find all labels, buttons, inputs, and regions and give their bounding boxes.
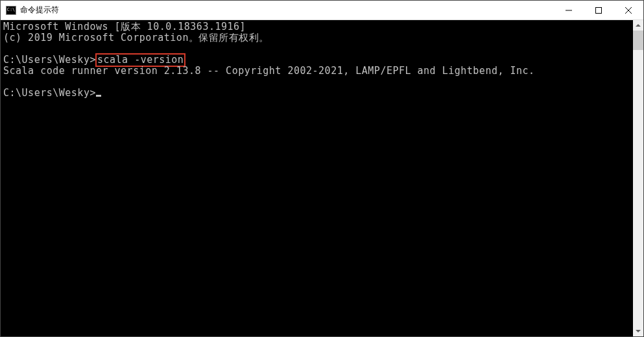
output-line: Microsoft Windows [版本 10.0.18363.1916] [3, 21, 246, 32]
cmd-icon-text: C:\ [7, 8, 16, 12]
window-controls [554, 1, 643, 19]
svg-marker-4 [636, 24, 641, 27]
window-title: 命令提示符 [20, 5, 59, 16]
chevron-up-icon [636, 24, 641, 27]
terminal-container: Microsoft Windows [版本 10.0.18363.1916] (… [1, 20, 643, 336]
svg-rect-1 [596, 7, 602, 13]
titlebar[interactable]: C:\ 命令提示符 [1, 1, 643, 20]
maximize-icon [595, 7, 602, 14]
minimize-icon [566, 7, 572, 14]
close-button[interactable] [614, 1, 643, 19]
maximize-button[interactable] [584, 1, 614, 19]
scroll-up-button[interactable] [633, 20, 643, 31]
terminal-output[interactable]: Microsoft Windows [版本 10.0.18363.1916] (… [1, 20, 633, 336]
svg-marker-5 [636, 330, 641, 332]
prompt: C:\Users\Wesky> [3, 87, 96, 99]
prompt: C:\Users\Wesky> [3, 54, 96, 66]
output-line: Scala code runner version 2.13.8 -- Copy… [3, 65, 535, 77]
cursor [96, 95, 101, 97]
output-line: (c) 2019 Microsoft Corporation。保留所有权利。 [3, 32, 269, 44]
command-prompt-window: C:\ 命令提示符 Microsoft Windows [版本 10.0.183… [1, 1, 643, 336]
minimize-button[interactable] [554, 1, 584, 19]
close-icon [625, 7, 632, 14]
scroll-down-button[interactable] [633, 326, 643, 336]
titlebar-left: C:\ 命令提示符 [1, 5, 59, 16]
vertical-scrollbar[interactable] [633, 20, 643, 336]
chevron-down-icon [636, 330, 641, 332]
command-text: scala -version [97, 54, 184, 66]
cmd-icon: C:\ [6, 6, 16, 15]
scroll-thumb[interactable] [633, 31, 643, 50]
